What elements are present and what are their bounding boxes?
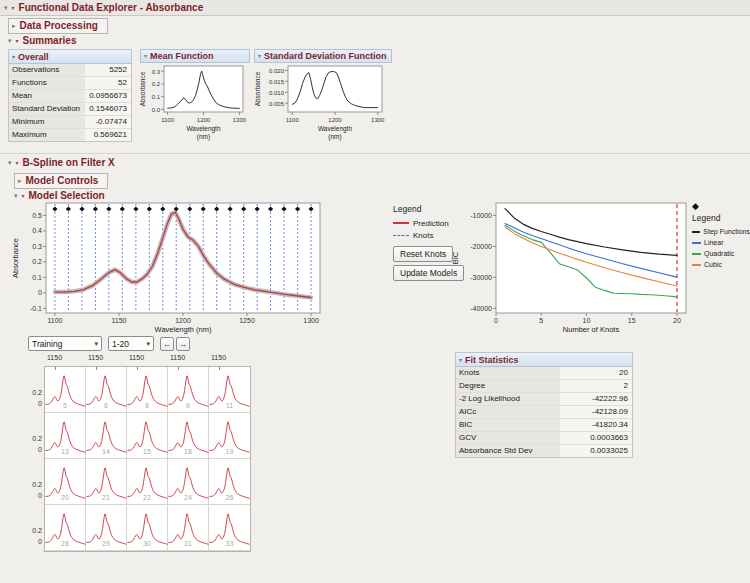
legend-swatch	[692, 231, 700, 233]
knot-range-select[interactable]: 1-20 ▾	[108, 336, 154, 351]
mini-plot-cell[interactable]: 28	[45, 505, 86, 551]
axis-tick	[178, 367, 179, 370]
svg-text:1200: 1200	[197, 117, 211, 123]
table-row: Standard Deviation0.1546073	[9, 102, 131, 115]
disclosure-open-icon[interactable]: ▾	[144, 53, 147, 59]
disclosure-open-icon[interactable]: ▾	[4, 4, 8, 11]
disclosure-open-icon[interactable]: ▾	[14, 192, 18, 199]
section-header-model-controls[interactable]: ▸ Model Controls	[14, 173, 108, 189]
mini-plot-cell[interactable]: 9	[168, 367, 209, 413]
stat-value: 0.569621	[85, 129, 131, 141]
legend-label: Step Functions	[703, 228, 750, 235]
window-title: Functional Data Explorer - Absorbance	[19, 2, 204, 13]
row-axis-label: 0.2	[22, 435, 42, 442]
svg-text:(nm): (nm)	[197, 133, 210, 141]
stat-label: -2 Log Likelihood	[456, 393, 560, 405]
mini-plot-cell[interactable]: 15	[127, 413, 168, 459]
mini-plot-cell[interactable]: 13	[45, 413, 86, 459]
legend-label: Prediction	[413, 219, 449, 228]
mean-function-panel: ▾ Mean Function 1100120013000.00.10.20.3…	[140, 49, 250, 141]
mini-plot-cell[interactable]: 26	[209, 459, 250, 505]
section-header-data-processing[interactable]: ▸ Data Processing	[8, 18, 108, 34]
svg-text:0.010: 0.010	[269, 90, 285, 96]
hotspot-menu-icon[interactable]: ▾	[16, 38, 19, 44]
panel-title: Standard Deviation Function	[264, 51, 387, 61]
mini-plot-cell[interactable]: 11	[209, 367, 250, 413]
mini-plot-cell[interactable]: 20	[45, 459, 86, 505]
mini-plot-cell[interactable]: 14	[86, 413, 127, 459]
table-row: GCV0.0003663	[456, 431, 632, 444]
hotspot-menu-icon[interactable]: ▾	[16, 160, 19, 166]
svg-text:1250: 1250	[239, 317, 255, 324]
bic-chart[interactable]: 05101520-10000-20000-30000-40000Number o…	[448, 199, 698, 341]
legend-swatch	[393, 235, 409, 236]
stat-value: -0.07474	[85, 116, 131, 128]
next-page-button[interactable]: →	[176, 337, 190, 351]
svg-text:1300: 1300	[233, 117, 247, 123]
hotspot-menu-icon[interactable]: ▾	[12, 5, 15, 11]
legend-swatch	[393, 222, 409, 224]
section-title: Summaries	[23, 35, 77, 46]
bic-legend: ◆ Legend Step FunctionsLinearQuadraticCu…	[692, 202, 750, 270]
mini-plot-cell[interactable]: 33	[209, 505, 250, 551]
prev-page-button[interactable]: ←	[160, 337, 174, 351]
legend-item-quadratic[interactable]: Quadratic	[692, 248, 750, 259]
column-axis-label: 1150	[126, 354, 147, 361]
disclosure-closed-icon[interactable]: ▸	[18, 177, 22, 184]
hotspot-menu-icon[interactable]: ▾	[22, 193, 25, 199]
mini-plot-cell[interactable]: 24	[168, 459, 209, 505]
row-axis-label: 0	[22, 538, 42, 545]
section-title: B-Spline on Filter X	[23, 157, 115, 168]
mini-plot-cell[interactable]: 30	[127, 505, 168, 551]
table-row: Degree2	[456, 379, 632, 392]
std-dev-function-chart: 1100120013000.0050.0100.0150.020Waveleng…	[254, 63, 392, 141]
disclosure-open-icon[interactable]: ▾	[8, 159, 12, 166]
svg-text:Number of Knots: Number of Knots	[563, 325, 620, 334]
axis-tick	[55, 367, 56, 370]
legend-label: Linear	[704, 239, 723, 246]
stat-value: 0.0033025	[560, 445, 632, 457]
stat-label: Mean	[9, 90, 85, 102]
disclosure-open-icon[interactable]: ▾	[258, 53, 261, 59]
legend-item-step-functions[interactable]: Step Functions	[692, 226, 750, 237]
mini-plot-cell[interactable]: 18	[168, 413, 209, 459]
fit-statistics-panel-header[interactable]: ▾ Fit Statistics	[456, 353, 632, 367]
legend-item-linear[interactable]: Linear	[692, 237, 750, 248]
axis-tick	[219, 367, 220, 370]
mini-plot-cell[interactable]: 21	[86, 459, 127, 505]
std-dev-function-panel-header[interactable]: ▾ Standard Deviation Function	[254, 49, 392, 63]
mini-plot-cell[interactable]: 5	[45, 367, 86, 413]
mini-plot-cell[interactable]: 22	[127, 459, 168, 505]
mini-plot-number: 31	[168, 540, 208, 547]
svg-text:Wavelength: Wavelength	[186, 125, 220, 133]
mini-plot-number: 18	[168, 448, 208, 455]
reset-knots-button[interactable]: Reset Knots	[393, 246, 453, 262]
svg-text:-20000: -20000	[470, 243, 492, 250]
mean-function-panel-header[interactable]: ▾ Mean Function	[140, 49, 250, 63]
mini-plot-cell[interactable]: 6	[86, 367, 127, 413]
disclosure-open-icon[interactable]: ▾	[12, 54, 15, 60]
panel-title: Fit Statistics	[465, 355, 519, 365]
legend-item-cubic[interactable]: Cubic	[692, 259, 750, 270]
row-axis-label: 0.2	[22, 527, 42, 534]
svg-text:0.005: 0.005	[269, 101, 285, 107]
stat-label: BIC	[456, 419, 560, 431]
chevron-down-icon: ▾	[146, 340, 150, 348]
training-select[interactable]: Training ▾	[28, 336, 102, 351]
mini-plot-cell[interactable]: 29	[86, 505, 127, 551]
disclosure-closed-icon[interactable]: ▸	[12, 22, 16, 29]
mini-plot-number: 6	[86, 402, 126, 409]
mini-plot-number: 5	[45, 402, 85, 409]
mini-plot-cell[interactable]: 19	[209, 413, 250, 459]
mini-plot-cell[interactable]: 8	[127, 367, 168, 413]
section-header-bspline[interactable]: ▾ ▾ B-Spline on Filter X	[8, 157, 115, 168]
mini-plot-cell[interactable]: 31	[168, 505, 209, 551]
disclosure-open-icon[interactable]: ▾	[459, 357, 462, 363]
mini-plot-number: 8	[127, 402, 167, 409]
table-row: Observations5252	[9, 64, 131, 76]
window-title-bar[interactable]: ▾ ▾ Functional Data Explorer - Absorbanc…	[0, 0, 750, 16]
overall-panel-header[interactable]: ▾ Overall	[9, 50, 131, 64]
section-header-summaries[interactable]: ▾ ▾ Summaries	[8, 35, 76, 46]
model-fit-chart[interactable]: 11001150120012501300-0.100.10.20.30.40.5…	[8, 199, 326, 341]
disclosure-open-icon[interactable]: ▾	[8, 37, 12, 44]
